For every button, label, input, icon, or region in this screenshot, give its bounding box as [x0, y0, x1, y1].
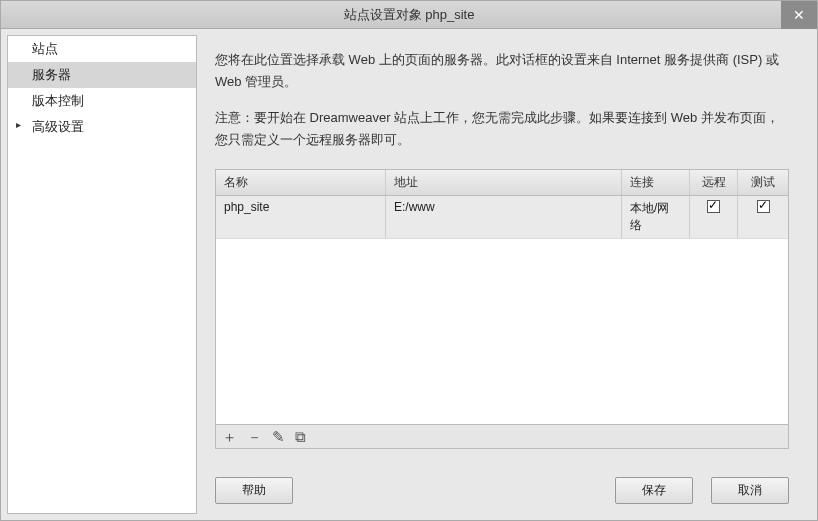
sidebar-item-server[interactable]: 服务器: [8, 62, 196, 88]
th-address[interactable]: 地址: [386, 170, 622, 195]
duplicate-icon: ⧉: [295, 428, 306, 445]
minus-icon: －: [247, 428, 262, 445]
remote-checkbox[interactable]: [707, 200, 720, 213]
titlebar: 站点设置对象 php_site ✕: [1, 1, 817, 29]
sidebar-item-label: 服务器: [32, 67, 71, 82]
dialog-body: 站点 服务器 版本控制 ▸ 高级设置 您将在此位置选择承载 Web 上的页面的服…: [1, 29, 817, 520]
dialog-buttons: 帮助 保存 取消: [215, 477, 789, 504]
cell-remote: [690, 196, 738, 238]
edit-server-button[interactable]: ✎: [272, 429, 285, 444]
sidebar-item-advanced[interactable]: ▸ 高级设置: [8, 114, 196, 140]
sidebar-item-label: 版本控制: [32, 93, 84, 108]
caret-right-icon: ▸: [16, 119, 21, 130]
duplicate-server-button[interactable]: ⧉: [295, 429, 306, 444]
test-checkbox[interactable]: [757, 200, 770, 213]
remove-server-button[interactable]: －: [247, 429, 262, 444]
help-button[interactable]: 帮助: [215, 477, 293, 504]
cell-name: php_site: [216, 196, 386, 238]
sidebar-item-version-control[interactable]: 版本控制: [8, 88, 196, 114]
cell-connection: 本地/网络: [622, 196, 690, 238]
close-button[interactable]: ✕: [781, 1, 817, 29]
th-name[interactable]: 名称: [216, 170, 386, 195]
th-test[interactable]: 测试: [738, 170, 788, 195]
dialog-title: 站点设置对象 php_site: [344, 6, 475, 24]
sidebar-item-label: 站点: [32, 41, 58, 56]
table-body: php_site E:/www 本地/网络: [216, 196, 788, 424]
close-icon: ✕: [793, 7, 805, 23]
cancel-button[interactable]: 取消: [711, 477, 789, 504]
cell-test: [738, 196, 788, 238]
table-toolbar: ＋ － ✎ ⧉: [216, 424, 788, 448]
sidebar: 站点 服务器 版本控制 ▸ 高级设置: [7, 35, 197, 514]
th-remote[interactable]: 远程: [690, 170, 738, 195]
save-button[interactable]: 保存: [615, 477, 693, 504]
sidebar-item-site[interactable]: 站点: [8, 36, 196, 62]
server-table: 名称 地址 连接 远程 测试 php_site E:/www 本地/网络: [215, 169, 789, 449]
plus-icon: ＋: [222, 428, 237, 445]
main-panel: 您将在此位置选择承载 Web 上的页面的服务器。此对话框的设置来自 Intern…: [201, 35, 811, 514]
intro-text-1: 您将在此位置选择承载 Web 上的页面的服务器。此对话框的设置来自 Intern…: [215, 49, 789, 93]
th-connection[interactable]: 连接: [622, 170, 690, 195]
table-header: 名称 地址 连接 远程 测试: [216, 170, 788, 196]
intro-text-2: 注意：要开始在 Dreamweaver 站点上工作，您无需完成此步骤。如果要连接…: [215, 107, 789, 151]
sidebar-item-label: 高级设置: [32, 119, 84, 134]
table-row[interactable]: php_site E:/www 本地/网络: [216, 196, 788, 239]
cell-address: E:/www: [386, 196, 622, 238]
pencil-icon: ✎: [272, 428, 285, 445]
add-server-button[interactable]: ＋: [222, 429, 237, 444]
site-setup-dialog: 站点设置对象 php_site ✕ 站点 服务器 版本控制 ▸ 高级设置 您将在…: [0, 0, 818, 521]
